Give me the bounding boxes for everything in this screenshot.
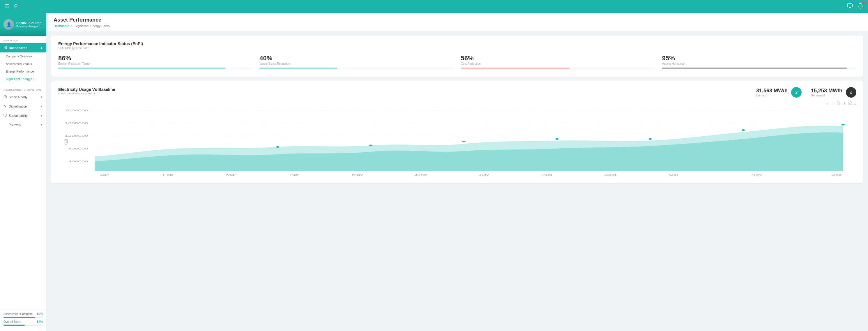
avatar: 👤 <box>3 19 14 30</box>
chart-header: Electricity Usage Vs Baseline check the … <box>58 87 856 98</box>
menu-icon[interactable]: ≡ <box>854 101 856 106</box>
sidebar-item-dashboards[interactable]: Dashboards ▲ <box>0 43 46 53</box>
chart-subtitle: check the difference of Admin <box>58 92 115 95</box>
dashboards-label: Dashboards <box>9 46 38 50</box>
kpi-assets-bar <box>662 68 847 68</box>
sidebar-divider <box>0 84 46 84</box>
svg-text:July: July <box>479 173 490 176</box>
chart-container: 2000000 1600000 1200000 800000 400000 KW… <box>58 107 856 177</box>
svg-point-40 <box>742 129 745 131</box>
sidebar-item-energy-performance[interactable]: Energy Performance <box>0 68 46 75</box>
kpi-cost-bar-wrap <box>461 68 655 68</box>
svg-text:May: May <box>352 173 363 176</box>
notifications-icon[interactable] <box>858 3 863 10</box>
assessment-progress-bar <box>3 317 43 318</box>
sidebar-item-significant-energy[interactable]: Significant Energy U... <box>0 75 46 83</box>
chart-metrics: 31,568 MW/h Demand 15,253 MW/h Generated <box>756 87 856 98</box>
assessment-dimensions-label: Assessment Dimensions <box>0 85 46 92</box>
svg-point-9 <box>837 102 840 104</box>
sidebar-item-pathway[interactable]: Pathway ▼ <box>0 120 46 129</box>
kpi-cost-label: Cost Reduction <box>461 62 655 65</box>
svg-text:400000: 400000 <box>68 160 88 163</box>
dashboards-icon <box>3 46 7 50</box>
sidebar-item-sustainability[interactable]: Sustainability ▼ <box>0 111 46 120</box>
kpi-energy-reduction: 86% Energy Reduction Target <box>58 55 252 71</box>
svg-rect-2 <box>5 46 7 48</box>
smart-ready-icon <box>3 95 7 99</box>
pathway-chevron: ▼ <box>40 123 43 126</box>
overall-score-fill <box>3 325 25 326</box>
sidebar-item-assessment-status[interactable]: Assessment Status <box>0 60 46 68</box>
svg-point-39 <box>648 138 652 140</box>
kpi-energy-bar <box>58 68 225 68</box>
kpi-waste-value: 40% <box>259 55 454 62</box>
zoom-out-icon[interactable]: ⊖ <box>831 101 835 106</box>
generated-value: 15,253 MW/h <box>811 88 842 94</box>
zoom-icon[interactable] <box>837 101 841 106</box>
svg-text:Oct: Oct <box>669 173 678 176</box>
svg-rect-0 <box>848 3 852 7</box>
messages-icon[interactable] <box>847 3 853 10</box>
user-name: DENIM Pilot Rep <box>16 21 41 25</box>
kpi-energy-label: Energy Reduction Target <box>58 62 252 65</box>
generated-label: Generated <box>811 94 842 97</box>
svg-rect-1 <box>4 46 5 48</box>
kpi-energy-value: 86% <box>58 55 252 62</box>
personal-label: Personal <box>0 36 46 43</box>
download-icon[interactable] <box>842 101 846 106</box>
svg-text:Nov: Nov <box>751 173 762 176</box>
home-icon[interactable] <box>848 101 852 106</box>
svg-text:800000: 800000 <box>68 147 88 150</box>
overall-score-row: Overall Score 54% <box>3 320 43 324</box>
sidebar-item-company-overview[interactable]: Company Overview <box>0 53 46 60</box>
svg-text:June: June <box>414 173 428 176</box>
demand-metric: 31,568 MW/h Demand <box>756 87 802 98</box>
top-navigation: ☰ ⚲ <box>0 0 868 13</box>
digitalisation-chevron: ▼ <box>40 105 43 108</box>
svg-text:KWh: KWh <box>63 139 69 145</box>
demand-icon <box>791 87 802 98</box>
hamburger-icon[interactable]: ☰ <box>5 3 9 10</box>
generated-icon <box>846 87 856 98</box>
kpi-cost-reduction: 56% Cost Reduction <box>461 55 655 71</box>
sidebar-bottom: Assessment Complete 80% Overall Score 54… <box>0 309 46 331</box>
dashboards-chevron: ▲ <box>40 46 43 49</box>
svg-point-35 <box>276 146 279 148</box>
content-area: Asset Performance Dashboard > Significan… <box>46 13 868 331</box>
svg-rect-3 <box>4 48 5 49</box>
demand-label: Demand <box>756 94 787 97</box>
zoom-in-icon[interactable]: ⊕ <box>826 101 830 106</box>
svg-text:Aug: Aug <box>542 173 553 176</box>
kpi-waste-bar-wrap <box>259 68 454 68</box>
generated-metric: 15,253 MW/h Generated <box>811 87 856 98</box>
kpi-waste-bar <box>259 68 337 68</box>
chart-toolbar: ⊕ ⊖ ≡ <box>58 101 856 106</box>
chart-title-block: Electricity Usage Vs Baseline check the … <box>58 87 115 95</box>
user-info: DENIM Pilot Rep Business Manager <box>16 21 41 28</box>
sidebar-item-digitalisation[interactable]: Digitalisation ▼ <box>0 102 46 111</box>
svg-point-37 <box>462 141 466 142</box>
chart-title: Electricity Usage Vs Baseline <box>58 87 115 92</box>
sustainability-chevron: ▼ <box>40 114 43 117</box>
kpi-cost-value: 56% <box>461 55 655 62</box>
svg-text:Feb: Feb <box>163 173 173 176</box>
search-icon[interactable]: ⚲ <box>14 3 18 10</box>
digitalisation-label: Digitalisation <box>9 104 38 108</box>
svg-text:Dec: Dec <box>831 173 842 176</box>
demand-info: 31,568 MW/h Demand <box>756 88 787 97</box>
kpi-assets-monitored: 95% Assets Monitored <box>662 55 856 71</box>
svg-text:Sept: Sept <box>604 173 617 176</box>
sidebar-item-smart-ready[interactable]: Smart Ready ▼ <box>0 92 46 102</box>
svg-text:2000000: 2000000 <box>65 109 88 112</box>
overall-score-label: Overall Score <box>3 320 21 324</box>
demand-value: 31,568 MW/h <box>756 88 787 94</box>
breadcrumb-home[interactable]: Dashboard <box>54 24 69 28</box>
sustainability-icon <box>3 114 7 118</box>
assessment-complete-row: Assessment Complete 80% <box>3 312 43 315</box>
kpi-assets-label: Assets Monitored <box>662 62 856 65</box>
generated-info: 15,253 MW/h Generated <box>811 88 842 97</box>
electricity-card: Electricity Usage Vs Baseline check the … <box>51 81 863 183</box>
enpi-card: Energy Performance Indicator Status (EnP… <box>51 35 863 77</box>
page-title: Asset Performance <box>54 17 861 23</box>
svg-text:1200000: 1200000 <box>65 134 88 137</box>
